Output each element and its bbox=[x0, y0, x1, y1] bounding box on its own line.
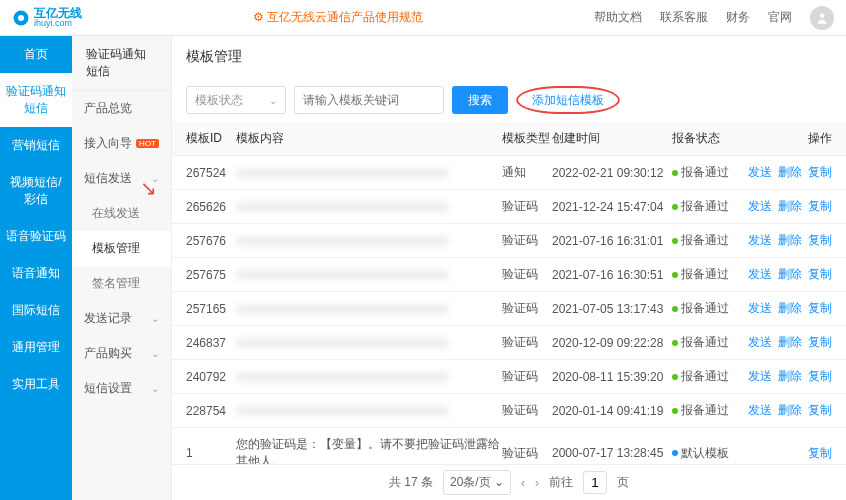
cell-type: 验证码 bbox=[502, 300, 552, 317]
cell-status: 报备通过 bbox=[672, 334, 742, 351]
cell-id: 1 bbox=[186, 446, 236, 460]
op-link[interactable]: 复制 bbox=[808, 445, 832, 462]
op-link[interactable]: 删除 bbox=[778, 402, 802, 419]
cell-type: 验证码 bbox=[502, 266, 552, 283]
secondary-nav-item[interactable]: 短信设置⌄ bbox=[72, 371, 171, 406]
logo-icon bbox=[12, 9, 30, 27]
cell-id: 246837 bbox=[186, 336, 236, 350]
secondary-nav-item[interactable]: 模板管理 bbox=[72, 231, 171, 266]
primary-nav-item[interactable]: 语音通知 bbox=[0, 255, 72, 292]
cell-id: 265626 bbox=[186, 200, 236, 214]
op-link[interactable]: 发送 bbox=[748, 266, 772, 283]
cell-status: 报备通过 bbox=[672, 232, 742, 249]
op-link[interactable]: 删除 bbox=[778, 334, 802, 351]
op-link[interactable]: 发送 bbox=[748, 300, 772, 317]
op-link[interactable]: 复制 bbox=[808, 300, 832, 317]
add-template-button[interactable]: 添加短信模板 bbox=[516, 86, 620, 114]
op-link[interactable]: 复制 bbox=[808, 164, 832, 181]
primary-nav-item[interactable]: 验证码通知短信 bbox=[0, 73, 72, 127]
chevron-down-icon: ⌄ bbox=[269, 95, 277, 106]
primary-nav-item[interactable]: 国际短信 bbox=[0, 292, 72, 329]
op-link[interactable]: 删除 bbox=[778, 232, 802, 249]
cell-time: 2021-07-16 16:31:01 bbox=[552, 234, 672, 248]
secondary-nav-item[interactable]: 在线发送 bbox=[72, 196, 171, 231]
link-help[interactable]: 帮助文档 bbox=[594, 9, 642, 26]
secondary-nav-item[interactable]: 短信发送⌄ bbox=[72, 161, 171, 196]
page-size-select[interactable]: 20条/页 ⌄ bbox=[443, 470, 511, 495]
cell-status: 报备通过 bbox=[672, 198, 742, 215]
status-select-label: 模板状态 bbox=[195, 92, 243, 109]
primary-nav-item[interactable]: 首页 bbox=[0, 36, 72, 73]
op-link[interactable]: 发送 bbox=[748, 232, 772, 249]
logo[interactable]: 互亿无线 ihuyi.com bbox=[12, 7, 82, 28]
table-row: 1您的验证码是：【变量】。请不要把验证码泄露给其他人。验证码2000-07-17… bbox=[172, 428, 846, 464]
op-link[interactable]: 发送 bbox=[748, 368, 772, 385]
cell-status: 报备通过 bbox=[672, 368, 742, 385]
secondary-nav-item[interactable]: 产品总览 bbox=[72, 91, 171, 126]
prev-page-button[interactable]: ‹ bbox=[521, 476, 525, 490]
goto-label: 前往 bbox=[549, 474, 573, 491]
top-notice[interactable]: 互亿无线云通信产品使用规范 bbox=[82, 9, 594, 26]
op-link[interactable]: 删除 bbox=[778, 368, 802, 385]
th-time: 创建时间 bbox=[552, 130, 672, 147]
cell-content bbox=[236, 236, 502, 246]
op-link[interactable]: 复制 bbox=[808, 198, 832, 215]
svg-point-2 bbox=[820, 13, 825, 18]
primary-sidebar: 首页验证码通知短信营销短信视频短信/彩信语音验证码语音通知国际短信通用管理实用工… bbox=[0, 36, 72, 500]
op-link[interactable]: 复制 bbox=[808, 334, 832, 351]
secondary-nav-item[interactable]: 产品购买⌄ bbox=[72, 336, 171, 371]
cell-content bbox=[236, 202, 502, 212]
op-link[interactable]: 发送 bbox=[748, 164, 772, 181]
cell-ops: 发送删除复制 bbox=[742, 198, 832, 215]
link-official[interactable]: 官网 bbox=[768, 9, 792, 26]
cell-time: 2021-07-16 16:30:51 bbox=[552, 268, 672, 282]
secondary-nav-item[interactable]: 发送记录⌄ bbox=[72, 301, 171, 336]
status-dot-icon bbox=[672, 374, 678, 380]
cell-type: 通知 bbox=[502, 164, 552, 181]
cell-content bbox=[236, 338, 502, 348]
op-link[interactable]: 删除 bbox=[778, 164, 802, 181]
cell-type: 验证码 bbox=[502, 368, 552, 385]
op-link[interactable]: 发送 bbox=[748, 402, 772, 419]
template-table: 模板ID 模板内容 模板类型 创建时间 报备状态 操作 267524通知2022… bbox=[172, 122, 846, 464]
cell-type: 验证码 bbox=[502, 402, 552, 419]
logo-en: ihuyi.com bbox=[34, 19, 82, 28]
link-service[interactable]: 联系客服 bbox=[660, 9, 708, 26]
status-dot-icon bbox=[672, 204, 678, 210]
cell-content bbox=[236, 168, 502, 178]
op-link[interactable]: 删除 bbox=[778, 300, 802, 317]
top-header: 互亿无线 ihuyi.com 互亿无线云通信产品使用规范 帮助文档 联系客服 财… bbox=[0, 0, 846, 36]
primary-nav-item[interactable]: 语音验证码 bbox=[0, 218, 72, 255]
cell-status: 报备通过 bbox=[672, 300, 742, 317]
next-page-button[interactable]: › bbox=[535, 476, 539, 490]
op-link[interactable]: 删除 bbox=[778, 198, 802, 215]
table-row: 257676验证码2021-07-16 16:31:01报备通过发送删除复制 bbox=[172, 224, 846, 258]
link-finance[interactable]: 财务 bbox=[726, 9, 750, 26]
page-input[interactable] bbox=[583, 471, 607, 494]
secondary-nav-item[interactable]: 签名管理 bbox=[72, 266, 171, 301]
primary-nav-item[interactable]: 视频短信/彩信 bbox=[0, 164, 72, 218]
op-link[interactable]: 发送 bbox=[748, 198, 772, 215]
primary-nav-item[interactable]: 通用管理 bbox=[0, 329, 72, 366]
cell-ops: 发送删除复制 bbox=[742, 232, 832, 249]
primary-nav-item[interactable]: 营销短信 bbox=[0, 127, 72, 164]
op-link[interactable]: 复制 bbox=[808, 232, 832, 249]
chevron-down-icon: ⌄ bbox=[151, 348, 159, 359]
keyword-input[interactable] bbox=[294, 86, 444, 114]
cell-ops: 发送删除复制 bbox=[742, 300, 832, 317]
hot-badge: HOT bbox=[136, 139, 159, 148]
avatar[interactable] bbox=[810, 6, 834, 30]
status-select[interactable]: 模板状态 ⌄ bbox=[186, 86, 286, 114]
op-link[interactable]: 复制 bbox=[808, 368, 832, 385]
status-dot-icon bbox=[672, 340, 678, 346]
op-link[interactable]: 复制 bbox=[808, 402, 832, 419]
op-link[interactable]: 复制 bbox=[808, 266, 832, 283]
cell-id: 228754 bbox=[186, 404, 236, 418]
sidebar-breadcrumb: 验证码通知短信 bbox=[72, 36, 171, 91]
cell-status: 报备通过 bbox=[672, 266, 742, 283]
op-link[interactable]: 删除 bbox=[778, 266, 802, 283]
search-button[interactable]: 搜索 bbox=[452, 86, 508, 114]
primary-nav-item[interactable]: 实用工具 bbox=[0, 366, 72, 403]
op-link[interactable]: 发送 bbox=[748, 334, 772, 351]
secondary-nav-item[interactable]: 接入向导HOT bbox=[72, 126, 171, 161]
